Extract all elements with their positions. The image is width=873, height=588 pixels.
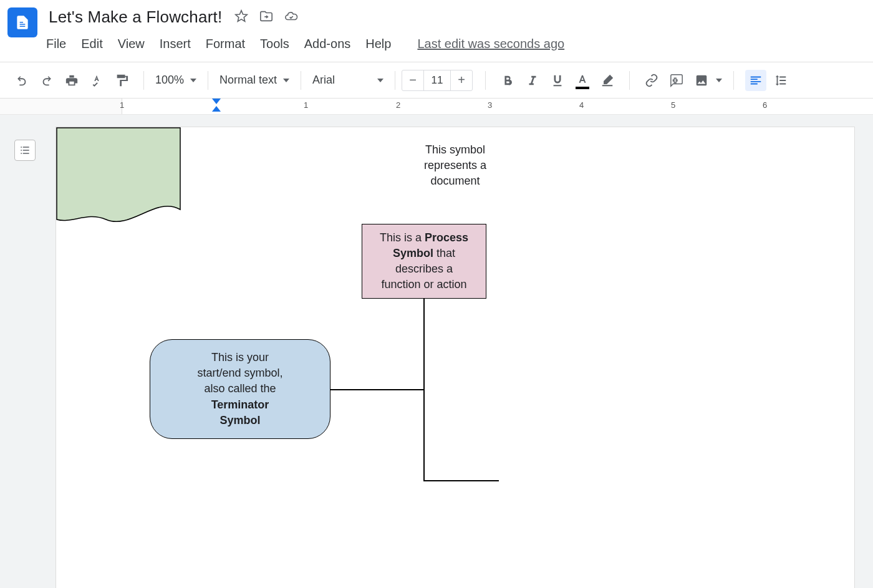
cloud-status-icon[interactable] [284, 9, 298, 26]
toolbar: 100% Normal text Arial − + [0, 62, 873, 99]
paint-format-button[interactable] [111, 70, 132, 91]
connector-line [423, 389, 425, 481]
insert-image-button[interactable] [691, 70, 712, 91]
redo-button[interactable] [36, 70, 57, 91]
paragraph-style-value: Normal text [219, 74, 277, 87]
zoom-select[interactable]: 100% [150, 74, 201, 87]
document-title[interactable]: Let's Make a Flowchart! [46, 6, 224, 28]
font-value: Arial [312, 74, 335, 87]
spellcheck-button[interactable] [86, 70, 107, 91]
shape-text: This symbol represents a document [56, 142, 854, 190]
horizontal-ruler[interactable]: 1 1 2 3 4 5 6 [0, 99, 873, 115]
shape-text: This is your start/end symbol, also call… [197, 350, 282, 428]
flowchart-terminator-shape[interactable]: This is your start/end symbol, also call… [150, 339, 330, 439]
document-outline-button[interactable] [14, 140, 36, 161]
italic-button[interactable] [522, 70, 543, 91]
ruler-label: 6 [763, 100, 767, 110]
star-icon[interactable] [234, 9, 248, 26]
flowchart-document-shape[interactable]: This symbol represents a document [56, 127, 181, 221]
font-size-stepper: − + [402, 70, 473, 91]
left-indent-marker[interactable] [212, 106, 221, 112]
caret-down-icon [283, 79, 289, 82]
print-button[interactable] [61, 70, 82, 91]
document-canvas: This is your start/end symbol, also call… [0, 115, 873, 588]
ruler-label: 1 [304, 100, 308, 110]
page[interactable]: This is your start/end symbol, also call… [56, 127, 854, 588]
ruler-label: 4 [579, 100, 584, 110]
menu-edit[interactable]: Edit [81, 37, 102, 51]
caret-down-icon [377, 79, 383, 82]
text-color-button[interactable] [572, 70, 593, 91]
menu-insert[interactable]: Insert [160, 37, 191, 51]
shape-text: This is a Process Symbol that describes … [380, 230, 468, 293]
zoom-value: 100% [155, 74, 184, 87]
underline-button[interactable] [547, 70, 568, 91]
align-left-button[interactable] [745, 70, 766, 91]
insert-link-button[interactable] [641, 70, 662, 91]
font-select[interactable]: Arial [307, 74, 388, 87]
menu-addons[interactable]: Add-ons [304, 37, 351, 51]
connector-line [330, 389, 424, 390]
highlight-color-button[interactable] [597, 70, 618, 91]
menu-view[interactable]: View [118, 37, 145, 51]
menu-tools[interactable]: Tools [260, 37, 289, 51]
app-header: Let's Make a Flowchart! File Edit View I… [0, 0, 873, 62]
caret-down-icon [190, 79, 196, 82]
docs-logo[interactable] [7, 7, 37, 37]
add-comment-button[interactable] [666, 70, 687, 91]
move-folder-icon[interactable] [259, 9, 273, 26]
ruler-label: 5 [671, 100, 675, 110]
paragraph-style-select[interactable]: Normal text [215, 74, 294, 87]
bold-button[interactable] [497, 70, 518, 91]
menu-help[interactable]: Help [365, 37, 391, 51]
ruler-label: 3 [488, 100, 492, 110]
font-size-decrease[interactable]: − [402, 73, 423, 87]
last-edit-link[interactable]: Last edit was seconds ago [417, 37, 564, 51]
ruler-label: 1 [120, 100, 124, 110]
ruler-label: 2 [396, 100, 400, 110]
menu-format[interactable]: Format [206, 37, 245, 51]
flowchart-process-shape[interactable]: This is a Process Symbol that describes … [362, 224, 486, 299]
ruler-ticks: 1 1 2 3 4 5 6 [122, 99, 873, 114]
caret-down-icon[interactable] [716, 79, 722, 82]
menubar: File Edit View Insert Format Tools Add-o… [46, 37, 564, 51]
line-spacing-button[interactable] [770, 70, 791, 91]
font-size-increase[interactable]: + [451, 73, 472, 87]
font-size-input[interactable] [423, 70, 451, 90]
connector-line [423, 299, 425, 390]
connector-line [423, 480, 499, 481]
undo-button[interactable] [11, 70, 32, 91]
first-line-indent-marker[interactable] [212, 99, 221, 104]
menu-file[interactable]: File [46, 37, 66, 51]
